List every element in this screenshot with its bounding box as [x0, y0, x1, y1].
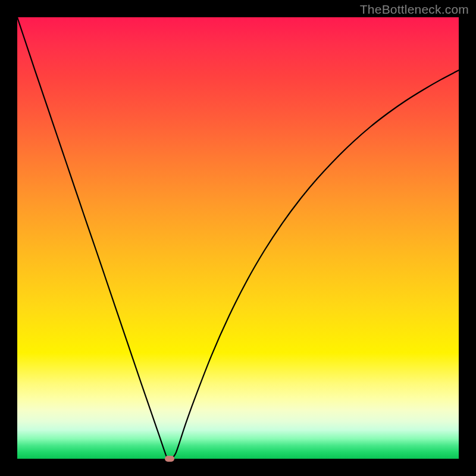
bottleneck-curve: [17, 17, 459, 459]
plot-area: [17, 17, 459, 459]
watermark-text: TheBottleneck.com: [360, 2, 469, 17]
optimal-point-marker: [165, 456, 174, 462]
chart-frame: TheBottleneck.com: [0, 0, 476, 476]
